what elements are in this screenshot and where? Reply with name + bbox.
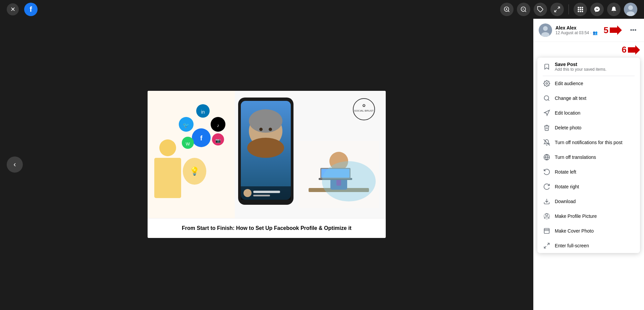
menu-item-rotate-right[interactable]: Rotate right bbox=[537, 179, 640, 194]
menu-item-change-alt-text[interactable]: Change alt text bbox=[537, 91, 640, 106]
change-alt-text-label: Change alt text bbox=[555, 96, 586, 101]
svg-point-25 bbox=[159, 139, 176, 156]
svg-line-71 bbox=[548, 100, 549, 101]
svg-point-44 bbox=[247, 138, 284, 158]
menu-item-edit-location[interactable]: Edit location bbox=[537, 106, 640, 120]
trash-icon bbox=[543, 124, 551, 132]
menu-item-turn-off-trans[interactable]: Turn off translations bbox=[537, 150, 640, 165]
svg-line-5 bbox=[525, 11, 526, 12]
svg-point-49 bbox=[244, 189, 252, 197]
audience-icon: 👥 bbox=[593, 30, 598, 35]
svg-rect-18 bbox=[582, 11, 583, 12]
menu-item-turn-off-notif[interactable]: Turn off notifications for this post bbox=[537, 135, 640, 150]
svg-text:✿: ✿ bbox=[362, 103, 366, 108]
svg-rect-51 bbox=[253, 195, 270, 196]
svg-point-77 bbox=[546, 214, 548, 216]
svg-line-9 bbox=[555, 10, 557, 12]
save-post-title: Save Post bbox=[555, 62, 606, 67]
svg-line-1 bbox=[508, 11, 509, 12]
notification-off-icon bbox=[543, 138, 551, 146]
menu-item-edit-audience[interactable]: Edit audience bbox=[537, 76, 640, 91]
svg-rect-16 bbox=[578, 11, 579, 12]
rotate-right-label: Rotate right bbox=[555, 184, 579, 189]
annotation-5: 5 bbox=[604, 25, 608, 36]
post-time: 12 August at 03:54 · 👥 bbox=[555, 30, 600, 35]
top-bar-right bbox=[500, 3, 637, 16]
fullscreen-top-button[interactable] bbox=[550, 3, 564, 16]
grid-menu-button[interactable] bbox=[574, 3, 587, 16]
save-post-subtitle: Add this to your saved items. bbox=[555, 67, 606, 72]
svg-point-46 bbox=[259, 128, 263, 131]
svg-line-83 bbox=[544, 246, 546, 248]
annotation-6-wrapper: 6 bbox=[533, 42, 644, 55]
image-container: f ♪ 🐦 in 📷 W 💡 bbox=[148, 91, 386, 238]
facebook-logo: f bbox=[24, 3, 38, 16]
download-icon bbox=[543, 197, 551, 205]
turn-off-notif-label: Turn off notifications for this post bbox=[555, 140, 623, 145]
make-cover-photo-label: Make Cover Photo bbox=[555, 228, 594, 234]
svg-text:📷: 📷 bbox=[215, 138, 221, 143]
svg-rect-17 bbox=[580, 11, 581, 12]
svg-line-73 bbox=[544, 139, 550, 145]
svg-text:in: in bbox=[201, 109, 205, 115]
bookmark-icon bbox=[543, 63, 551, 71]
profile-pic-icon bbox=[543, 212, 551, 220]
svg-point-63 bbox=[322, 161, 376, 201]
svg-text:f: f bbox=[200, 134, 203, 142]
svg-line-82 bbox=[547, 243, 549, 245]
user-avatar-top[interactable] bbox=[624, 3, 637, 16]
svg-point-69 bbox=[546, 83, 548, 84]
svg-marker-72 bbox=[544, 110, 550, 116]
svg-point-65 bbox=[543, 26, 548, 31]
right-panel: Alex Alex 12 August at 03:54 · 👥 5 ••• 6 bbox=[533, 19, 644, 310]
poster-info: Alex Alex 12 August at 03:54 · 👥 bbox=[555, 25, 600, 35]
notifications-button[interactable] bbox=[607, 3, 621, 16]
post-more-button[interactable]: ••• bbox=[628, 25, 639, 36]
svg-rect-23 bbox=[148, 91, 235, 218]
svg-point-70 bbox=[544, 96, 549, 100]
menu-item-enter-fullscreen[interactable]: Enter full-screen bbox=[537, 238, 640, 253]
download-label: Download bbox=[555, 199, 576, 204]
svg-rect-10 bbox=[578, 7, 579, 8]
turn-off-trans-label: Turn off translations bbox=[555, 154, 596, 160]
annotation-5-arrow bbox=[610, 25, 622, 35]
image-caption: From Start to Finish: How to Set Up Face… bbox=[148, 218, 386, 238]
enter-fullscreen-label: Enter full-screen bbox=[555, 243, 589, 248]
zoom-out-button[interactable] bbox=[517, 3, 530, 16]
menu-item-make-cover-photo[interactable]: Make Cover Photo bbox=[537, 224, 640, 238]
poster-avatar bbox=[539, 23, 552, 37]
menu-item-rotate-left[interactable]: Rotate left bbox=[537, 165, 640, 179]
location-icon bbox=[543, 109, 551, 117]
search-icon bbox=[543, 94, 551, 102]
svg-line-8 bbox=[558, 7, 560, 9]
post-header: Alex Alex 12 August at 03:54 · 👥 5 ••• bbox=[533, 19, 644, 42]
cover-photo-icon bbox=[543, 227, 551, 235]
svg-rect-12 bbox=[582, 7, 583, 8]
prev-arrow[interactable]: ‹ bbox=[7, 157, 23, 173]
svg-rect-15 bbox=[582, 9, 583, 10]
svg-text:♪: ♪ bbox=[217, 123, 219, 128]
rotate-right-icon bbox=[543, 183, 551, 191]
close-button[interactable]: ✕ bbox=[7, 3, 19, 15]
rotate-left-label: Rotate left bbox=[555, 169, 576, 175]
gear-icon bbox=[543, 79, 551, 87]
menu-item-delete-photo[interactable]: Delete photo bbox=[537, 120, 640, 135]
svg-rect-50 bbox=[253, 191, 280, 193]
svg-rect-11 bbox=[580, 7, 581, 8]
zoom-in-button[interactable] bbox=[500, 3, 514, 16]
menu-item-download[interactable]: Download bbox=[537, 194, 640, 209]
enter-fullscreen-icon bbox=[543, 242, 551, 250]
svg-text:💡: 💡 bbox=[190, 166, 200, 176]
messenger-button[interactable] bbox=[590, 3, 604, 16]
menu-item-save-post[interactable]: Save Post Add this to your saved items. bbox=[537, 58, 640, 76]
svg-point-47 bbox=[269, 128, 272, 131]
make-profile-pic-label: Make Profile Picture bbox=[555, 213, 597, 219]
svg-marker-68 bbox=[628, 45, 640, 55]
svg-text:W: W bbox=[186, 141, 190, 146]
svg-rect-13 bbox=[578, 9, 579, 10]
tag-button[interactable] bbox=[534, 3, 547, 16]
post-image: f ♪ 🐦 in 📷 W 💡 bbox=[148, 91, 386, 218]
menu-item-make-profile-pic[interactable]: Make Profile Picture bbox=[537, 209, 640, 224]
main-image-area: ‹ f ♪ 🐦 in 📷 bbox=[0, 19, 533, 310]
globe-icon bbox=[543, 153, 551, 161]
